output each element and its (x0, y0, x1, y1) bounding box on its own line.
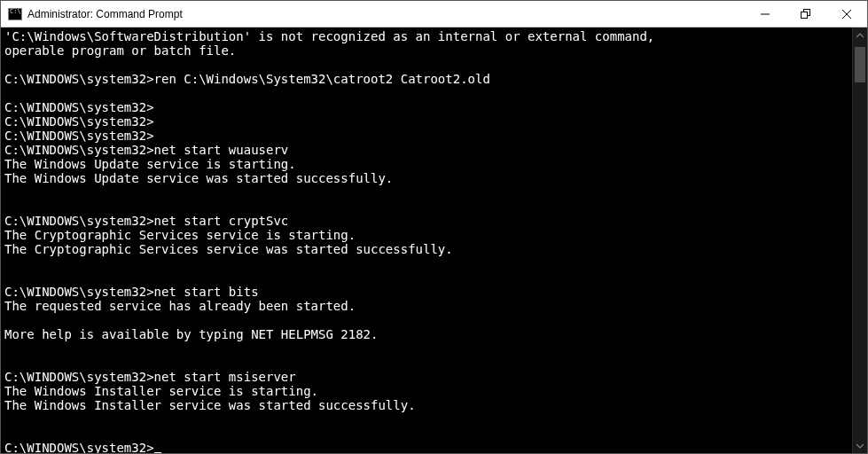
minimize-icon (761, 10, 770, 19)
text-cursor (154, 452, 161, 453)
scroll-thumb[interactable] (855, 47, 865, 82)
vertical-scrollbar[interactable] (852, 27, 867, 453)
console-area: 'C:\Windows\SoftwareDistribution' is not… (1, 27, 867, 453)
minimize-button[interactable] (745, 1, 786, 27)
window-title: Administrator: Command Prompt (27, 8, 745, 20)
scroll-down-button[interactable] (853, 438, 867, 453)
console-output[interactable]: 'C:\Windows\SoftwareDistribution' is not… (1, 27, 852, 453)
chevron-up-icon (856, 33, 864, 38)
cmd-icon (8, 8, 22, 20)
close-button[interactable] (826, 1, 867, 27)
restore-button[interactable] (786, 1, 826, 27)
scroll-up-button[interactable] (853, 27, 867, 43)
restore-icon (801, 9, 811, 20)
titlebar[interactable]: Administrator: Command Prompt (1, 1, 867, 27)
close-icon (842, 10, 851, 19)
window-controls (745, 1, 867, 27)
chevron-down-icon (856, 443, 864, 449)
